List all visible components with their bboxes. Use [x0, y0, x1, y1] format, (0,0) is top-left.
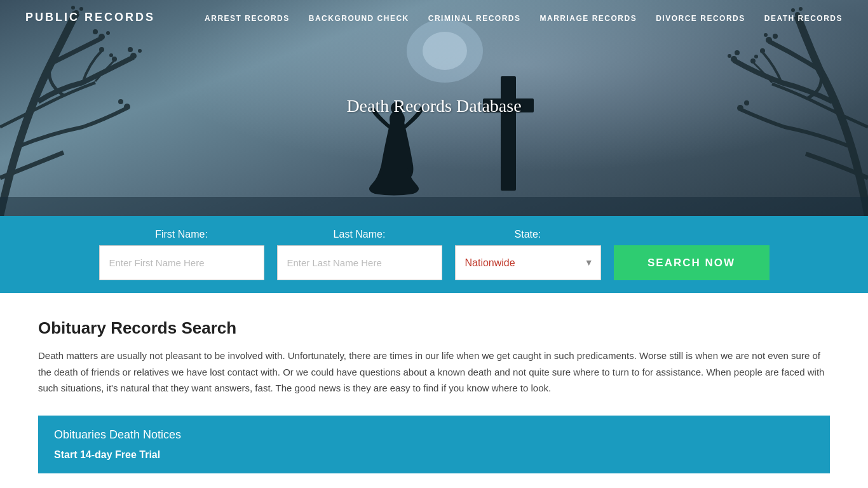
site-brand[interactable]: PUBLIC RECORDS — [25, 11, 155, 24]
navbar: PUBLIC RECORDS ARREST RECORDS BACKGROUND… — [0, 0, 868, 35]
svg-point-9 — [124, 104, 130, 110]
svg-point-24 — [744, 100, 749, 105]
info-box: Obituaries Death Notices Start 14-day Fr… — [38, 416, 830, 473]
svg-point-23 — [737, 105, 743, 111]
nav-background-check[interactable]: BACKGROUND CHECK — [309, 14, 409, 23]
search-now-button[interactable]: SEARCH NOW — [614, 245, 770, 280]
svg-point-19 — [731, 56, 737, 62]
first-name-field: First Name: — [99, 229, 264, 280]
nav-marriage-records[interactable]: MARRIAGE RECORDS — [540, 14, 637, 23]
svg-point-8 — [99, 47, 104, 52]
svg-point-10 — [118, 99, 123, 104]
last-name-field: Last Name: — [277, 229, 442, 280]
last-name-label: Last Name: — [277, 229, 442, 240]
nav-criminal-records[interactable]: CRIMINAL RECORDS — [428, 14, 521, 23]
search-bar: First Name: Last Name: State: Nationwide… — [0, 216, 868, 293]
svg-point-29 — [754, 55, 758, 58]
svg-point-15 — [109, 53, 113, 57]
svg-point-6 — [128, 47, 133, 52]
svg-point-20 — [735, 50, 740, 55]
svg-point-5 — [130, 53, 137, 59]
svg-point-14 — [112, 57, 117, 62]
state-field: State: Nationwide Alabama Alaska Arizona… — [455, 229, 601, 280]
main-content: Obituary Records Search Death matters ar… — [0, 293, 868, 488]
info-box-title: Obituaries Death Notices — [54, 428, 814, 442]
nav-death-records[interactable]: DEATH RECORDS — [764, 14, 843, 23]
svg-point-16 — [766, 37, 772, 43]
state-select[interactable]: Nationwide Alabama Alaska Arizona Arkans… — [455, 245, 601, 280]
first-name-label: First Name: — [99, 229, 264, 240]
section-description: Death matters are usually not pleasant t… — [38, 348, 830, 396]
last-name-input[interactable] — [277, 245, 442, 280]
nav-links: ARREST RECORDS BACKGROUND CHECK CRIMINAL… — [205, 12, 843, 24]
nav-divorce-records[interactable]: DIVORCE RECORDS — [656, 14, 745, 23]
svg-point-1 — [423, 32, 467, 70]
svg-point-21 — [728, 54, 731, 58]
svg-rect-34 — [0, 197, 868, 216]
svg-point-28 — [750, 58, 756, 64]
hero-title: Death Records Database — [346, 96, 521, 116]
state-select-wrapper: Nationwide Alabama Alaska Arizona Arkans… — [455, 245, 601, 280]
svg-point-7 — [138, 49, 142, 53]
svg-rect-32 — [501, 76, 516, 191]
first-name-input[interactable] — [99, 245, 264, 280]
state-label: State: — [455, 229, 601, 240]
nav-arrest-records[interactable]: ARREST RECORDS — [205, 14, 290, 23]
svg-point-22 — [760, 48, 765, 53]
info-box-subtitle: Start 14-day Free Trial — [54, 449, 814, 461]
section-title: Obituary Records Search — [38, 318, 830, 338]
